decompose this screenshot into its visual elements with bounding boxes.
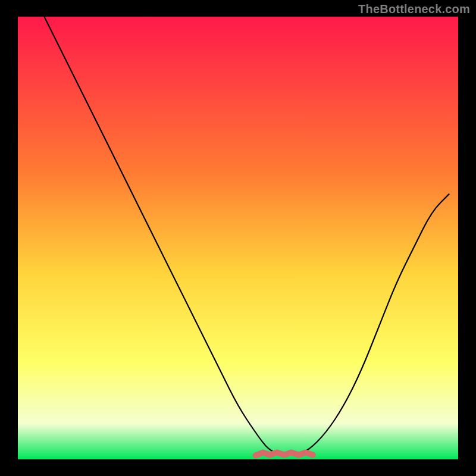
frame-border [0,459,476,476]
watermark-text: TheBottleneck.com [358,2,470,16]
sweet-spot-highlight [256,453,313,456]
plot-gradient-background [18,17,458,459]
bottleneck-chart [0,0,476,476]
frame-border [458,0,476,476]
chart-stage: TheBottleneck.com [0,0,476,476]
frame-border [0,0,18,476]
